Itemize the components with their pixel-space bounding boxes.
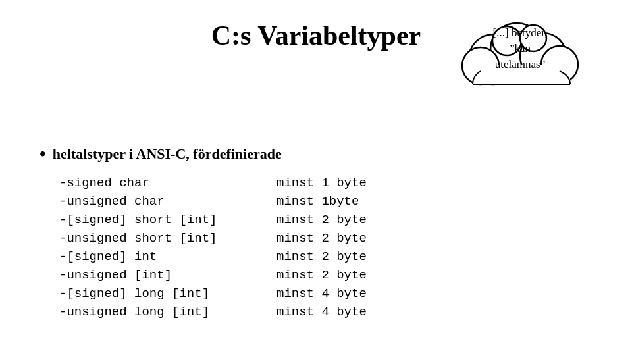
size-cell: minst 2 byte	[276, 229, 619, 247]
table-row: -unsigned long [int]minst 4 byte	[53, 303, 619, 321]
table-row: -unsigned [int]minst 2 byte	[53, 266, 619, 284]
table-row: -[signed] short [int]minst 2 byte	[53, 211, 619, 229]
bullet-icon: •	[40, 143, 46, 165]
size-cell: minst 1 byte	[276, 174, 619, 192]
cloud-callout: [...] betyder, ”kan utelämnas”	[448, 7, 592, 92]
type-cell: -unsigned long [int]	[53, 303, 276, 321]
size-cell: minst 1byte	[276, 192, 619, 211]
type-cell: -unsigned char	[53, 192, 276, 211]
table-row: -signed charminst 1 byte	[53, 174, 619, 192]
type-cell: -signed char	[53, 174, 276, 192]
cloud-line1: [...] betyder,	[493, 26, 548, 39]
types-table: -signed charminst 1 byte-unsigned charmi…	[53, 174, 619, 321]
table-row: -[signed] long [int]minst 4 byte	[53, 284, 619, 303]
type-cell: -[signed] short [int]	[53, 211, 276, 229]
content-section: • heltalstyper i ANSI-C, fördefinierade …	[40, 143, 606, 321]
section-title: heltalstyper i ANSI-C, fördefinierade	[53, 145, 282, 163]
size-cell: minst 4 byte	[276, 284, 619, 303]
cloud-line3: utelämnas”	[495, 58, 545, 70]
type-cell: -[signed] long [int]	[53, 284, 276, 303]
table-row: -unsigned charminst 1byte	[53, 192, 619, 211]
size-cell: minst 2 byte	[276, 247, 619, 266]
type-cell: -unsigned short [int]	[53, 229, 276, 247]
page-container: C:s Variabeltyper	[0, 0, 632, 364]
cloud-text: [...] betyder, ”kan utelämnas”	[461, 25, 579, 72]
cloud-line2: ”kan	[510, 42, 531, 55]
type-cell: -[signed] int	[53, 247, 276, 266]
type-cell: -unsigned [int]	[53, 266, 276, 284]
size-cell: minst 2 byte	[276, 266, 619, 284]
table-row: -unsigned short [int]minst 2 byte	[53, 229, 619, 247]
size-cell: minst 2 byte	[276, 211, 619, 229]
size-cell: minst 4 byte	[276, 303, 619, 321]
table-row: -[signed] intminst 2 byte	[53, 247, 619, 266]
section-header: • heltalstyper i ANSI-C, fördefinierade	[40, 143, 606, 165]
